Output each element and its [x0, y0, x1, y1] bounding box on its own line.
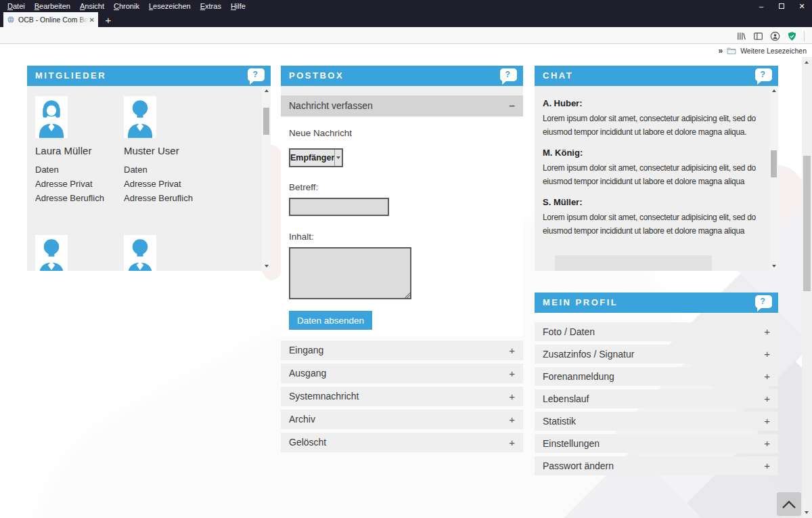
menu-ansicht[interactable]: Ansicht [75, 0, 109, 12]
expand-plus-icon: + [764, 345, 770, 364]
folder-row-geloescht[interactable]: Gelöscht + [281, 433, 523, 452]
member-avatar[interactable] [124, 96, 156, 138]
chat-text-line: eiusmod tempor incididunt ut labore et d… [543, 224, 765, 238]
close-button[interactable]: ✕ [792, 0, 812, 12]
new-tab-button[interactable]: + [101, 12, 116, 27]
profile-row-passwort[interactable]: Passwort ändern + [535, 456, 778, 475]
profile-row-forenanmeldung[interactable]: Forenanmeldung + [535, 367, 778, 386]
chat-scrollbar[interactable] [769, 86, 778, 271]
scroll-down-arrow-icon[interactable] [805, 511, 809, 514]
maximize-button[interactable] [771, 0, 792, 12]
account-icon[interactable] [770, 31, 780, 41]
scroll-down-arrow-icon[interactable] [265, 265, 269, 267]
profile-row-foto-daten[interactable]: Foto / Daten + [535, 322, 778, 341]
menu-datei[interactable]: Datei [3, 0, 30, 12]
chat-message: S. Müller: Lorem ipsum dolor sit amet, c… [543, 197, 765, 238]
submit-button[interactable]: Daten absenden [289, 311, 372, 330]
female-avatar-icon [35, 96, 68, 138]
profile-row-einstellungen[interactable]: Einstellungen + [535, 434, 778, 453]
chevron-up-icon [782, 500, 796, 509]
chat-text-line: Lorem ipsum dolor sit amet, consectetur … [543, 161, 765, 175]
folder-label: Systemnachricht [281, 387, 523, 406]
member-link-adresse-privat[interactable]: Adresse Privat [124, 179, 181, 189]
content-label: Inhalt: [289, 232, 314, 242]
scrollbar-thumb[interactable] [771, 150, 777, 177]
members-scrollbar[interactable] [262, 86, 271, 271]
extension-badge-icon[interactable] [787, 31, 797, 41]
profile-row-statistik[interactable]: Statistik + [535, 412, 778, 431]
profile-row-label: Foto / Daten [535, 322, 778, 341]
menu-chronik[interactable]: Chronik [109, 0, 144, 12]
tab-ocb[interactable]: OCB - Online Com Board - Kon ✕ [3, 12, 98, 27]
member-avatar[interactable] [35, 96, 68, 138]
bookmarks-overflow-chevrons-icon[interactable]: » [718, 46, 723, 56]
compose-accordion-header[interactable]: Nachricht verfassen − [281, 95, 523, 116]
window-controls: – ✕ [751, 0, 812, 12]
expand-plus-icon: + [764, 412, 770, 431]
folder-row-archiv[interactable]: Archiv + [281, 410, 523, 429]
member-name[interactable]: Laura Müller [35, 145, 91, 156]
minimize-button[interactable]: – [751, 0, 771, 12]
member-avatar[interactable] [124, 235, 156, 271]
chat-help-button[interactable]: ? [755, 68, 772, 81]
more-bookmarks-label[interactable]: Weitere Lesezeichen [740, 47, 807, 55]
content-textarea[interactable] [289, 247, 411, 299]
toolbar-right-icons [736, 29, 812, 43]
scrollbar-thumb[interactable] [263, 108, 269, 135]
menu-bar: Datei Bearbeiten Ansicht Chronik Lesezei… [0, 0, 812, 12]
member-link-adresse-beruflich[interactable]: Adresse Beruflich [124, 193, 193, 203]
members-help-button[interactable]: ? [248, 68, 265, 81]
profile-row-lebenslauf[interactable]: Lebenslauf + [535, 389, 778, 408]
expand-plus-icon: + [764, 367, 770, 386]
male-avatar-icon [124, 96, 156, 138]
members-content: Laura Müller Daten Adresse Privat Adress… [27, 86, 271, 271]
postbox-help-button[interactable]: ? [500, 68, 517, 81]
library-icon[interactable] [736, 31, 746, 41]
expand-plus-icon: + [764, 456, 770, 475]
tab-close-icon[interactable]: ✕ [88, 16, 95, 24]
select-arrow-cell [334, 150, 342, 166]
profile-help-button[interactable]: ? [755, 295, 772, 308]
browser-scrollbar[interactable] [802, 57, 812, 518]
recipient-select[interactable]: Empfänger [289, 148, 343, 167]
folder-label: Ausgang [281, 364, 523, 383]
chat-text-line: Lorem ipsum dolor sit amet, consectetur … [543, 112, 765, 125]
profile-header: MEIN PROFIL ? [535, 293, 778, 313]
scroll-to-top-button[interactable] [777, 492, 801, 516]
folder-label: Archiv [281, 410, 523, 429]
member-link-adresse-beruflich[interactable]: Adresse Beruflich [35, 193, 104, 203]
chat-panel: CHAT ? A. Huber: Lorem ipsum dolor sit a… [535, 66, 778, 271]
folder-row-ausgang[interactable]: Ausgang + [281, 364, 523, 383]
tab-favicon-globe-icon [7, 16, 15, 24]
member-link-adresse-privat[interactable]: Adresse Privat [35, 179, 93, 189]
scroll-up-arrow-icon[interactable] [805, 61, 809, 64]
sidebar-toggle-icon[interactable] [753, 31, 763, 41]
menu-extras[interactable]: Extras [196, 0, 226, 12]
folder-label: Eingang [281, 341, 523, 360]
folder-label: Gelöscht [281, 433, 523, 452]
scroll-up-arrow-icon[interactable] [772, 89, 776, 92]
profile-row-label: Forenanmeldung [535, 367, 778, 386]
postbox-header: POSTBOX ? [281, 66, 523, 86]
folder-row-systemnachricht[interactable]: Systemnachricht + [281, 387, 523, 406]
chat-author: S. Müller: [543, 197, 765, 207]
menu-bearbeiten[interactable]: Bearbeiten [30, 0, 75, 12]
chat-message-input[interactable] [555, 255, 712, 271]
menu-hilfe[interactable]: Hilfe [226, 0, 250, 12]
scroll-down-arrow-icon[interactable] [772, 265, 776, 267]
member-avatar[interactable] [35, 235, 68, 271]
member-name[interactable]: Muster User [124, 145, 179, 156]
profile-row-zusatzinfos[interactable]: Zusatzinfos / Signatur + [535, 345, 778, 364]
profile-title: MEIN PROFIL [543, 297, 618, 307]
scroll-up-arrow-icon[interactable] [265, 89, 269, 92]
profile-row-label: Lebenslauf [535, 389, 778, 408]
expand-plus-icon: + [509, 341, 515, 360]
subject-input[interactable] [289, 198, 389, 216]
member-link-daten[interactable]: Daten [124, 165, 148, 175]
member-link-daten[interactable]: Daten [35, 165, 59, 175]
scrollbar-thumb[interactable] [803, 156, 811, 291]
menu-lesezeichen[interactable]: Lesezeichen [144, 0, 196, 12]
chevron-down-icon [336, 156, 340, 159]
folder-row-eingang[interactable]: Eingang + [281, 341, 523, 360]
members-panel: MITGLIEDER ? Laura Müller Daten Adresse … [27, 66, 271, 271]
